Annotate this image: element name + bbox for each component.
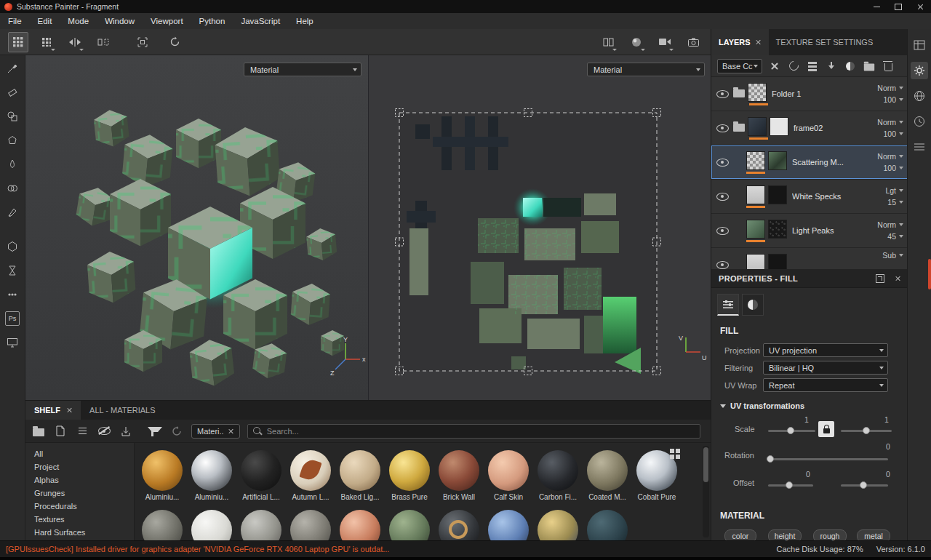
layer-row-light-peaks[interactable]: Light Peaks Norm 45 — [711, 214, 908, 248]
hide-resources-button[interactable] — [97, 424, 111, 439]
search-input[interactable] — [247, 424, 700, 439]
resource-list-button[interactable] — [75, 424, 89, 439]
material-item[interactable] — [385, 510, 434, 541]
frame-view-button[interactable] — [132, 32, 153, 52]
material-item[interactable]: Autumn L... — [286, 450, 335, 501]
properties-tab-material[interactable] — [742, 294, 764, 316]
category-grunges[interactable]: Grunges — [34, 487, 134, 500]
close-panel-icon[interactable] — [895, 276, 900, 281]
material-item[interactable] — [583, 510, 632, 541]
effects-tool-button[interactable] — [3, 286, 22, 303]
category-hard-surfaces[interactable]: Hard Surfaces — [34, 526, 134, 539]
menu-edit[interactable]: Edit — [30, 13, 60, 29]
scale-lock-toggle[interactable] — [818, 421, 834, 437]
blend-mode-select[interactable]: Norm — [877, 118, 903, 127]
menu-help[interactable]: Help — [288, 13, 321, 29]
blend-mode-select[interactable]: Norm — [877, 84, 903, 92]
geometry-mask-tool-button[interactable] — [3, 238, 22, 255]
slider-knob[interactable] — [767, 455, 774, 463]
slider-knob[interactable] — [860, 481, 867, 489]
layer-thumbnail[interactable] — [748, 117, 767, 136]
layer-mask-thumbnail[interactable] — [770, 117, 788, 136]
snapshot-button[interactable] — [683, 32, 703, 52]
layer-thumbnail[interactable] — [746, 151, 765, 170]
2d-canvas[interactable] — [369, 55, 711, 400]
layer-visibility-toggle[interactable] — [711, 193, 733, 201]
layer-row-white-specks[interactable]: White Specks Lgt 15 — [711, 180, 908, 214]
scrollbar-thumb[interactable] — [703, 447, 708, 482]
render-mode-button[interactable] — [626, 32, 647, 52]
slider-knob[interactable] — [786, 481, 793, 489]
layer-visibility-toggle[interactable] — [711, 90, 733, 98]
layer-mask-thumbnail[interactable] — [768, 254, 787, 269]
category-all[interactable]: All — [34, 447, 134, 460]
layer-thumbnail[interactable] — [748, 83, 767, 102]
material-picker-tool-button[interactable] — [3, 204, 22, 221]
channel-filter-select[interactable]: Base Cc — [717, 59, 762, 73]
smudge-tool-button[interactable] — [3, 156, 22, 173]
layer-thumbnail[interactable] — [746, 220, 765, 239]
layer-row-folder-1[interactable]: Folder 1 Norm 100 — [711, 77, 908, 111]
layer-visibility-toggle[interactable] — [711, 159, 733, 167]
filtering-select[interactable]: Bilinear | HQ — [763, 361, 888, 375]
add-effect-button[interactable] — [768, 60, 781, 73]
camera-button[interactable] — [655, 32, 675, 52]
layer-visibility-toggle[interactable] — [711, 124, 733, 132]
projection-tool-button[interactable] — [3, 108, 22, 125]
new-resource-button[interactable] — [53, 424, 68, 439]
mirror-button[interactable] — [93, 32, 113, 52]
material-item[interactable]: Brick Wall — [434, 450, 484, 501]
slider-knob[interactable] — [787, 427, 794, 434]
layout-grid-button[interactable] — [8, 32, 28, 52]
photoshop-plugin-button[interactable]: Ps — [3, 310, 22, 327]
offset-y-slider[interactable] — [841, 484, 888, 487]
close-tab-icon[interactable] — [756, 39, 762, 45]
offset-x-slider[interactable] — [768, 484, 813, 487]
filter-button[interactable] — [148, 424, 162, 439]
tab-texture-set-settings[interactable]: TEXTURE SET SETTINGS — [769, 29, 881, 55]
material-item[interactable] — [286, 510, 335, 541]
filter-chip-materials[interactable]: Materi.. — [191, 424, 240, 439]
environment-button[interactable] — [911, 87, 928, 105]
blend-mode-select[interactable]: Sub — [882, 251, 903, 260]
material-mode-select-3d[interactable]: Material — [244, 63, 361, 76]
display-settings-button[interactable] — [3, 334, 22, 351]
channel-rough-button[interactable]: rough — [813, 529, 847, 540]
material-item[interactable] — [236, 510, 286, 541]
channel-color-button[interactable]: color — [724, 529, 756, 540]
layer-row-frame02[interactable]: frame02 Norm 100 — [711, 111, 908, 145]
shelf-scrollbar[interactable] — [703, 446, 709, 537]
menu-file[interactable]: File — [0, 13, 30, 29]
layer-mask-thumbnail[interactable] — [768, 220, 787, 239]
viewport-3d[interactable]: Material Y x Z — [25, 55, 368, 400]
close-button[interactable] — [909, 0, 931, 13]
material-item[interactable]: Coated M... — [583, 450, 632, 501]
scale-y-slider[interactable] — [841, 430, 892, 432]
tab-layers[interactable]: LAYERS — [711, 29, 769, 55]
reset-camera-button[interactable] — [164, 32, 185, 52]
polygon-fill-tool-button[interactable] — [3, 132, 22, 149]
material-item[interactable]: Aluminiu... — [137, 450, 187, 501]
scroll-indicator[interactable] — [928, 259, 931, 289]
layer-thumbnail[interactable] — [746, 254, 765, 269]
channel-metal-button[interactable]: metal — [857, 529, 890, 540]
blend-mode-select[interactable]: Lgt — [885, 186, 903, 195]
instantiate-button[interactable] — [787, 60, 800, 73]
smart-material-tool-button[interactable] — [3, 262, 22, 279]
layer-visibility-toggle[interactable] — [711, 227, 733, 235]
refresh-shelf-button[interactable] — [169, 424, 184, 439]
popout-icon[interactable] — [876, 274, 884, 283]
layer-mask-thumbnail[interactable] — [768, 185, 787, 204]
category-textures[interactable]: Textures — [34, 513, 134, 526]
projection-select[interactable]: UV projection — [763, 343, 888, 357]
menu-mode[interactable]: Mode — [60, 13, 97, 29]
menu-python[interactable]: Python — [191, 13, 233, 29]
rotation-slider[interactable] — [768, 458, 888, 460]
clone-tool-button[interactable] — [3, 180, 22, 197]
menu-viewport[interactable]: Viewport — [143, 13, 191, 29]
add-fill-layer-button[interactable] — [825, 60, 838, 73]
material-item[interactable]: Carbon Fi... — [533, 450, 583, 501]
material-item[interactable] — [137, 510, 187, 541]
material-item[interactable]: Brass Pure — [385, 450, 434, 501]
grid-view-toggle[interactable] — [670, 449, 680, 459]
